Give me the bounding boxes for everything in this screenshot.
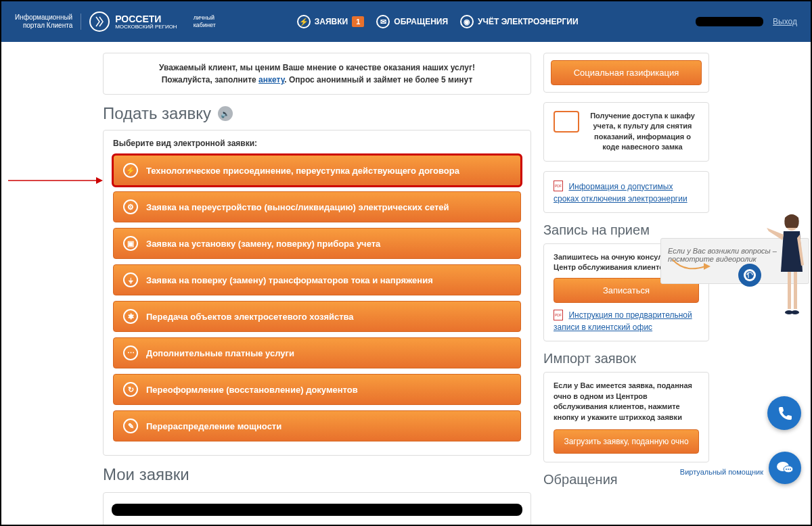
appointment-instruction-link[interactable]: Инструкция по предварительной записи в к… <box>554 310 692 332</box>
import-card: Если у Вас имеется заявка, поданная очно… <box>543 372 709 462</box>
cabinet-label: личный кабинет <box>194 14 216 29</box>
app-type-paid-services[interactable]: ⋯ Дополнительные платные услуги <box>113 337 521 368</box>
cabinet-icon <box>554 111 579 133</box>
pdf-icon <box>554 181 563 191</box>
app-type-restoration[interactable]: ↻ Переоформление (восстановление) докуме… <box>113 374 521 405</box>
survey-link[interactable]: анкету <box>258 75 284 85</box>
document-icon: ▣ <box>123 236 138 251</box>
logo-icon <box>89 11 110 32</box>
select-label: Выберите вид электронной заявки: <box>113 139 521 148</box>
social-gas-card: Социальная газификация <box>543 53 709 93</box>
outage-info-link[interactable]: Информация о допустимых сроках отключени… <box>554 182 687 204</box>
outage-info-card: Информация о допустимых сроках отключени… <box>543 171 709 213</box>
nav-energy[interactable]: ◉ УЧЁТ ЭЛЕКТРОЭНЕРГИИ <box>460 15 579 28</box>
redacted-bar <box>112 504 522 516</box>
svg-rect-6 <box>788 272 791 309</box>
svg-marker-2 <box>704 263 710 270</box>
brand-name: РОССЕТИ <box>115 14 177 24</box>
chat-float-button[interactable] <box>769 452 801 484</box>
phone-float-button[interactable] <box>767 396 801 430</box>
play-video-button[interactable] <box>738 264 761 287</box>
header: Информационный портал Клиента РОССЕТИ МО… <box>1 1 811 42</box>
meter-icon: ◉ <box>460 15 474 28</box>
import-text: Если у Вас имеется заявка, поданная очно… <box>554 381 699 423</box>
svg-rect-7 <box>794 272 797 309</box>
appointment-title: Запись на прием <box>543 222 709 238</box>
brand-logo[interactable]: РОССЕТИ МОСКОВСКИЙ РЕГИОН <box>89 11 177 32</box>
username-redacted <box>696 17 763 26</box>
app-type-transformer[interactable]: ⏚ Заявка на поверку (замену) трансформат… <box>113 264 521 295</box>
mail-icon: ✉ <box>376 15 390 28</box>
app-type-tech-connection[interactable]: ⚡ Технологическое присоединение, переуст… <box>113 155 521 186</box>
video-hint-panel: Если у Вас возникли вопросы – посмотрите… <box>660 238 809 284</box>
my-apps-card <box>103 492 531 526</box>
app-type-transfer[interactable]: ✱ Передача объектов электросетевого хозя… <box>113 301 521 332</box>
svg-point-13 <box>788 469 789 470</box>
callout-arrow-icon <box>8 174 103 187</box>
nav-requests[interactable]: ✉ ОБРАЩЕНИЯ <box>376 15 448 28</box>
social-gas-button[interactable]: Социальная газификация <box>551 60 702 85</box>
transfer-icon: ✱ <box>123 309 138 324</box>
cabinet-access-card[interactable]: Получение доступа к шкафу учета, к пульт… <box>543 102 709 162</box>
application-types-card: Выберите вид электронной заявки: ⚡ Техно… <box>103 130 531 456</box>
svg-point-12 <box>786 469 787 470</box>
pdf-icon <box>554 310 563 320</box>
survey-notice: Уважаемый клиент, мы ценим Ваше мнение о… <box>103 53 531 95</box>
chat-label: Виртуальный помощник <box>680 468 763 476</box>
refresh-icon: ↻ <box>123 382 138 397</box>
dots-icon: ⋯ <box>123 345 138 360</box>
svg-point-14 <box>790 469 791 470</box>
nav-requests-label: ОБРАЩЕНИЯ <box>394 17 448 26</box>
import-title: Импорт заявок <box>543 351 709 366</box>
notice-line2-pre: Пожалуйста, заполните <box>162 75 258 85</box>
logout-link[interactable]: Выход <box>773 17 797 26</box>
app-type-reconstruction[interactable]: ⚙ Заявка на переустройство (вынос/ликвид… <box>113 191 521 222</box>
svg-marker-1 <box>96 177 103 184</box>
svg-point-9 <box>791 310 799 314</box>
notice-line1: Уважаемый клиент, мы ценим Ваше мнение о… <box>113 62 521 74</box>
brand-region: МОСКОВСКИЙ РЕГИОН <box>115 24 177 30</box>
app-type-redistribution[interactable]: ✎ Перераспределение мощности <box>113 410 521 441</box>
app-type-meter-install[interactable]: ▣ Заявка на установку (замену, поверку) … <box>113 228 521 259</box>
bolt-icon: ⚡ <box>123 163 138 178</box>
compass-icon: ✎ <box>123 419 138 433</box>
nav-apps-label: ЗАЯВКИ <box>315 17 348 26</box>
tower-icon: ⚙ <box>123 199 138 214</box>
assistant-avatar <box>763 208 811 336</box>
bolt-icon: ⚡ <box>297 15 311 28</box>
nav-energy-label: УЧЁТ ЭЛЕКТРОЭНЕРГИИ <box>478 17 579 26</box>
portal-label: Информационный портал Клиента <box>15 14 81 30</box>
plug-icon: ⏚ <box>123 272 138 287</box>
my-apps-title: Мои заявки <box>103 465 531 484</box>
curved-arrow-icon <box>671 256 712 277</box>
notice-line2-post: . Опрос анонимный и займет не более 5 ми… <box>284 75 472 85</box>
nav-applications[interactable]: ⚡ ЗАЯВКИ 1 <box>297 15 365 28</box>
submit-title: Подать заявку 🔊 <box>103 104 531 123</box>
apps-badge: 1 <box>352 16 364 27</box>
import-button[interactable]: Загрузить заявку, поданную очно <box>554 429 699 454</box>
cabinet-access-text: Получение доступа к шкафу учета, к пульт… <box>586 111 699 153</box>
audio-icon[interactable]: 🔊 <box>218 106 233 121</box>
